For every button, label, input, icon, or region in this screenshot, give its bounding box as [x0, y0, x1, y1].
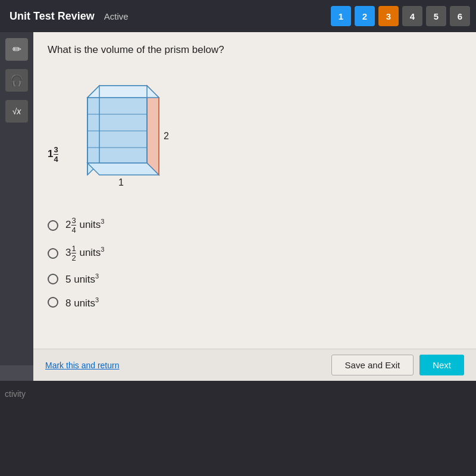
top-bar: Unit Test Review Active 1 2 3 4 5 6	[0, 0, 476, 32]
svg-text:1: 1	[118, 177, 124, 187]
status-badge: Active	[104, 11, 129, 21]
svg-marker-7	[87, 163, 159, 175]
answer-a-text: 234 units3	[65, 217, 104, 234]
left-sidebar: ✏ 🎧 √x	[0, 32, 33, 365]
pencil-icon[interactable]: ✏	[5, 38, 28, 61]
radio-b[interactable]	[48, 248, 58, 259]
question-num-2[interactable]: 2	[355, 6, 375, 26]
prism-svg: 2 1	[64, 80, 183, 199]
formula-icon[interactable]: √x	[5, 100, 28, 123]
next-button[interactable]: Next	[419, 355, 464, 375]
question-num-3[interactable]: 3	[378, 6, 399, 26]
radio-a[interactable]	[48, 220, 58, 231]
bottom-buttons: Save and Exit Next	[331, 355, 464, 375]
page-title: Unit Test Review	[10, 10, 95, 23]
main-content: What is the volume of the prism below? 1…	[33, 32, 476, 365]
radio-d[interactable]	[48, 297, 58, 308]
question-num-5[interactable]: 5	[426, 6, 446, 26]
answer-options: 234 units3 312 units3 5 units3 8 units3	[48, 217, 462, 309]
answer-option-c[interactable]: 5 units3	[48, 273, 462, 286]
save-exit-button[interactable]: Save and Exit	[331, 355, 414, 375]
question-num-4[interactable]: 4	[402, 6, 422, 26]
svg-marker-8	[87, 86, 159, 98]
answer-b-text: 312 units3	[65, 245, 104, 262]
answer-option-b[interactable]: 312 units3	[48, 245, 462, 262]
mark-return-link[interactable]: Mark this and return	[45, 361, 120, 370]
prism-side-label: 134	[48, 146, 59, 163]
activity-label: ctivity	[5, 389, 26, 399]
prism-figure: 134 2 1	[48, 68, 462, 199]
question-numbers: 1 2 3 4 5 6	[331, 6, 470, 26]
svg-text:2: 2	[164, 131, 169, 141]
answer-c-text: 5 units3	[65, 273, 99, 286]
answer-option-a[interactable]: 234 units3	[48, 217, 462, 234]
dark-bottom-area	[0, 381, 476, 476]
question-text: What is the volume of the prism below?	[48, 44, 462, 56]
answer-option-d[interactable]: 8 units3	[48, 296, 462, 309]
headphones-icon[interactable]: 🎧	[5, 69, 28, 92]
question-num-6[interactable]: 6	[450, 6, 470, 26]
svg-marker-3	[87, 98, 147, 163]
svg-marker-2	[147, 86, 159, 175]
radio-c[interactable]	[48, 274, 58, 284]
question-num-1[interactable]: 1	[331, 6, 351, 26]
answer-d-text: 8 units3	[65, 296, 99, 309]
bottom-bar: Mark this and return Save and Exit Next	[33, 349, 476, 381]
